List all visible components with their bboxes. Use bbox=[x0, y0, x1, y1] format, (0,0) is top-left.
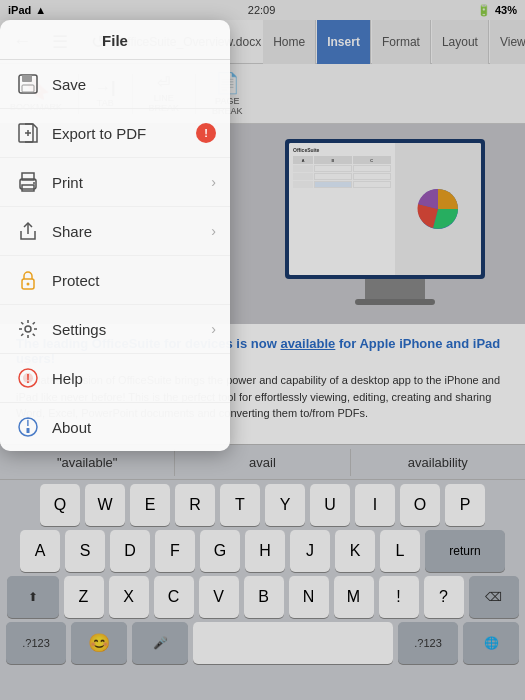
print-icon bbox=[14, 168, 42, 196]
save-label: Save bbox=[52, 76, 216, 93]
menu-item-export[interactable]: Export to PDF ! bbox=[0, 109, 230, 158]
svg-point-10 bbox=[27, 283, 30, 286]
svg-rect-2 bbox=[22, 75, 32, 82]
about-label: About bbox=[52, 419, 216, 436]
share-chevron: › bbox=[211, 223, 216, 239]
settings-chevron: › bbox=[211, 321, 216, 337]
share-label: Share bbox=[52, 223, 211, 240]
help-label: Help bbox=[52, 370, 216, 387]
svg-text:i: i bbox=[27, 417, 30, 428]
share-icon bbox=[14, 217, 42, 245]
svg-rect-7 bbox=[22, 185, 34, 191]
svg-point-11 bbox=[25, 326, 31, 332]
svg-rect-17 bbox=[27, 428, 30, 433]
menu-item-settings[interactable]: Settings › bbox=[0, 305, 230, 354]
help-icon: ! bbox=[14, 364, 42, 392]
svg-point-8 bbox=[33, 182, 35, 184]
svg-text:!: ! bbox=[26, 372, 30, 386]
svg-rect-3 bbox=[22, 85, 34, 92]
menu-item-print[interactable]: Print › bbox=[0, 158, 230, 207]
protect-icon bbox=[14, 266, 42, 294]
file-menu: File Save Export to PDF ! Print › Share … bbox=[0, 20, 230, 451]
menu-item-share[interactable]: Share › bbox=[0, 207, 230, 256]
menu-item-protect[interactable]: Protect bbox=[0, 256, 230, 305]
save-icon bbox=[14, 70, 42, 98]
export-icon bbox=[14, 119, 42, 147]
print-label: Print bbox=[52, 174, 211, 191]
export-badge: ! bbox=[196, 123, 216, 143]
menu-item-save[interactable]: Save bbox=[0, 60, 230, 109]
file-menu-title: File bbox=[0, 20, 230, 60]
menu-item-about[interactable]: i About bbox=[0, 403, 230, 451]
settings-label: Settings bbox=[52, 321, 211, 338]
print-chevron: › bbox=[211, 174, 216, 190]
about-icon: i bbox=[14, 413, 42, 441]
export-label: Export to PDF bbox=[52, 125, 196, 142]
protect-label: Protect bbox=[52, 272, 216, 289]
settings-icon bbox=[14, 315, 42, 343]
menu-item-help[interactable]: ! Help bbox=[0, 354, 230, 403]
